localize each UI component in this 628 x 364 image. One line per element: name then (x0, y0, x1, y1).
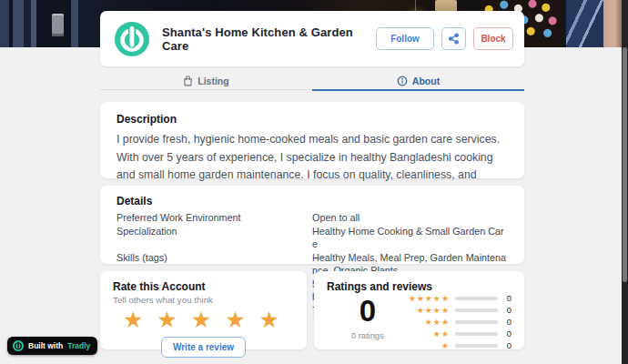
detail-value: Healthy Home Cooking & Small Garden Care (312, 225, 508, 251)
distribution-count: 0 (503, 329, 512, 339)
distribution-bar (455, 332, 498, 336)
tab-about[interactable]: About (312, 73, 524, 89)
rate-account-card: Rate this Account Tell others what you t… (100, 271, 307, 349)
description-card: Description I provide fresh, hygienic ho… (100, 102, 524, 178)
distribution-count: 0 (503, 294, 512, 303)
rating-distribution: ★★★★★0★★★★0★★★0★★0★0 (409, 293, 512, 350)
description-heading: Description (116, 113, 508, 126)
distribution-bar (455, 320, 498, 324)
tradly-brand-label: Tradly (67, 341, 90, 350)
distribution-count: 0 (503, 318, 512, 327)
distribution-count: 0 (503, 341, 512, 350)
distribution-stars: ★★★ (425, 318, 450, 327)
detail-row: Preferred Work EnvironmentOpen to all (116, 211, 508, 225)
share-icon (448, 33, 460, 45)
distribution-bar (455, 297, 498, 300)
tab-about-label: About (412, 76, 440, 86)
distribution-row: ★★★0 (409, 317, 512, 327)
built-with-tradly-badge[interactable]: Built with Tradly (7, 337, 97, 355)
ratings-summary: 0 0 ratings (327, 295, 409, 350)
header-actions: Follow Block (376, 27, 513, 50)
detail-value: Open to all (312, 211, 508, 225)
profile-tabs: Listing About (100, 73, 524, 90)
distribution-stars: ★★★★★ (409, 294, 450, 303)
tab-listing[interactable]: Listing (100, 73, 312, 89)
page-title: Shanta's Home Kitchen & Garden Care (162, 25, 376, 53)
distribution-row: ★★0 (409, 329, 512, 339)
detail-label: Preferred Work Environment (116, 211, 312, 225)
rate-subheading: Tell others what you think (113, 295, 294, 305)
scrollbar-thumb[interactable] (623, 47, 627, 282)
total-ratings-label: 0 ratings (327, 331, 409, 340)
distribution-stars: ★★ (433, 329, 450, 339)
distribution-row: ★★★★★0 (409, 293, 512, 303)
distribution-stars: ★ (441, 341, 450, 350)
distribution-bar (455, 344, 498, 348)
door-keypad (52, 14, 64, 36)
scrollbar-track[interactable] (622, 0, 628, 364)
ratings-reviews-card: Ratings and reviews 0 0 ratings ★★★★★0★★… (314, 271, 524, 349)
distribution-row: ★0 (409, 340, 512, 350)
built-with-label: Built with (28, 341, 63, 350)
distribution-count: 0 (503, 306, 512, 315)
follow-button[interactable]: Follow (376, 27, 434, 50)
detail-row: SpecializationHealthy Home Cooking & Sma… (116, 225, 508, 251)
wall (603, 0, 623, 47)
distribution-bar (455, 308, 498, 312)
write-review-button[interactable]: Write a review (161, 337, 246, 358)
info-icon (397, 76, 408, 86)
details-heading: Details (116, 195, 508, 207)
distribution-row: ★★★★0 (409, 305, 512, 315)
average-rating-value: 0 (327, 295, 409, 328)
block-button[interactable]: Block (473, 27, 513, 50)
distribution-stars: ★★★★ (417, 306, 450, 315)
window-shutter (566, 0, 603, 47)
details-card: Details Preferred Work EnvironmentOpen t… (100, 186, 524, 264)
rating-star-input[interactable]: ★ ★ ★ ★ ★ (113, 308, 294, 331)
rate-heading: Rate this Account (113, 280, 294, 293)
ratings-heading: Ratings and reviews (327, 280, 512, 293)
storefront-door (0, 0, 100, 47)
tab-listing-label: Listing (198, 76, 228, 86)
detail-label: Specialization (116, 225, 312, 251)
profile-header-card: Shanta's Home Kitchen & Garden Care Foll… (100, 11, 524, 66)
tradly-logo-avatar (115, 22, 149, 56)
tradly-mini-logo-icon (13, 340, 24, 351)
share-button[interactable] (441, 27, 466, 50)
profile-page: Shanta's Home Kitchen & Garden Care Foll… (0, 0, 628, 364)
bag-icon (183, 76, 193, 86)
